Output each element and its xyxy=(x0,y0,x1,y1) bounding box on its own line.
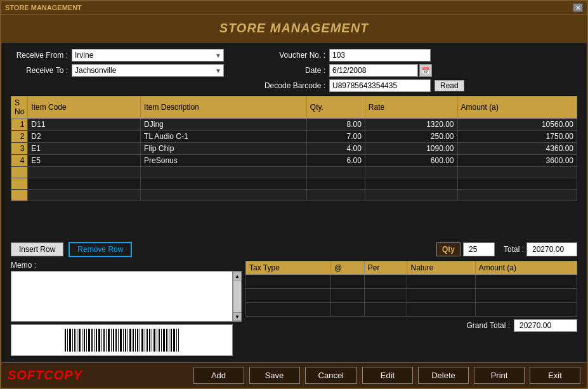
svg-rect-12 xyxy=(94,329,95,352)
barcode-input[interactable] xyxy=(329,79,431,92)
receive-from-select[interactable]: Irvine Jachsonville Dallas xyxy=(72,49,224,62)
empty-qty xyxy=(306,178,365,190)
receive-to-row: Receive To : Jachsonville Irvine Dallas xyxy=(11,64,224,77)
memo-wrapper: ▲ ▼ xyxy=(11,271,242,322)
svg-rect-3 xyxy=(72,329,73,352)
cell-sno: 2 xyxy=(11,131,28,143)
cell-rate: 250.00 xyxy=(365,131,457,143)
date-row: Date : 📅 xyxy=(256,64,464,77)
table-row: 1 D11 DJing 8.00 1320.00 10560.00 xyxy=(11,119,577,131)
barcode-image xyxy=(65,329,179,352)
svg-rect-22 xyxy=(118,329,119,352)
grand-total-label: Grand Total : xyxy=(467,321,510,330)
empty-qty xyxy=(306,167,365,178)
svg-rect-9 xyxy=(86,329,87,352)
barcode-label: Decode Barcode : xyxy=(256,81,325,90)
exit-button[interactable]: Exit xyxy=(530,367,580,384)
barcode-row: Decode Barcode : Read xyxy=(256,79,464,92)
cell-rate: 1090.00 xyxy=(365,143,457,155)
voucher-input[interactable] xyxy=(329,49,431,62)
svg-rect-0 xyxy=(65,329,66,352)
date-input[interactable] xyxy=(329,64,418,77)
voucher-row: Voucher No. : xyxy=(256,49,464,62)
main-title-section: STORE MANAGEMENT xyxy=(1,15,587,43)
remove-row-button[interactable]: Remove Row xyxy=(69,242,132,257)
cancel-button[interactable]: Cancel xyxy=(305,367,357,384)
add-button[interactable]: Add xyxy=(193,367,244,384)
svg-rect-21 xyxy=(115,329,117,352)
svg-rect-39 xyxy=(159,329,160,352)
right-form: Voucher No. : Date : 📅 Decode Barcode : … xyxy=(256,49,464,92)
col-amount: Amount (a) xyxy=(457,96,577,119)
cell-desc: DJing xyxy=(141,119,307,131)
tax-nature-2 xyxy=(407,289,475,303)
svg-rect-2 xyxy=(69,329,71,352)
svg-rect-14 xyxy=(98,329,100,352)
tax-per-2 xyxy=(364,289,407,303)
items-table: S No Item Code Item Description Qty. Rat… xyxy=(11,96,577,201)
empty-amount xyxy=(457,190,577,201)
receive-from-label: Receive From : xyxy=(11,51,68,60)
table-row: 4 E5 PreSonus 6.00 600.00 3600.00 xyxy=(11,155,577,167)
grand-total-row: Grand Total : 20270.00 xyxy=(245,319,577,332)
footer: SOFTCOPY Add Save Cancel Edit Delete Pri… xyxy=(1,362,587,388)
form-section: Receive From : Irvine Jachsonville Dalla… xyxy=(11,49,577,92)
empty-sno xyxy=(11,178,28,190)
data-table-section: S No Item Code Item Description Qty. Rat… xyxy=(11,96,577,238)
cell-qty: 4.00 xyxy=(306,143,365,155)
cell-code: E5 xyxy=(28,155,141,167)
left-form: Receive From : Irvine Jachsonville Dalla… xyxy=(11,49,224,77)
empty-desc xyxy=(141,178,307,190)
tax-header-row: Tax Type @ Per Nature Amount (a) xyxy=(246,261,577,275)
grand-total-value: 20270.00 xyxy=(514,319,577,332)
empty-desc xyxy=(141,167,307,178)
cell-qty: 6.00 xyxy=(306,155,365,167)
tax-at-2 xyxy=(331,289,365,303)
scroll-up-button[interactable]: ▲ xyxy=(233,272,242,280)
receive-to-wrapper: Jachsonville Irvine Dallas xyxy=(72,64,224,77)
table-row: 3 E1 Flip Chip 4.00 1090.00 4360.00 xyxy=(11,143,577,155)
calendar-button[interactable]: 📅 xyxy=(419,64,432,77)
col-item-code: Item Code xyxy=(28,96,141,119)
col-item-desc: Item Description xyxy=(141,96,307,119)
receive-to-select[interactable]: Jachsonville Irvine Dallas xyxy=(72,64,224,77)
memo-textarea[interactable] xyxy=(11,271,233,322)
empty-amount xyxy=(457,167,577,178)
delete-button[interactable]: Delete xyxy=(418,367,469,384)
save-button[interactable]: Save xyxy=(249,367,300,384)
col-rate: Rate xyxy=(365,96,457,119)
memo-scrollbar: ▲ ▼ xyxy=(233,271,242,322)
bottom-section: Memo : ▲ ▼ xyxy=(11,261,577,356)
svg-rect-37 xyxy=(154,329,155,352)
cell-amount: 4360.00 xyxy=(457,143,577,155)
barcode-display xyxy=(11,324,233,356)
svg-rect-46 xyxy=(176,329,177,352)
empty-sno xyxy=(11,190,28,201)
col-tax-amount: Amount (a) xyxy=(475,261,577,275)
cell-sno: 3 xyxy=(11,143,28,155)
svg-rect-47 xyxy=(178,329,179,352)
qty-label: Qty xyxy=(436,242,461,256)
insert-row-button[interactable]: Insert Row xyxy=(11,242,63,256)
cell-desc: Flip Chip xyxy=(141,143,307,155)
edit-button[interactable]: Edit xyxy=(362,367,413,384)
svg-rect-15 xyxy=(101,329,102,352)
empty-desc xyxy=(141,190,307,201)
col-tax-type: Tax Type xyxy=(246,261,331,275)
empty-rate xyxy=(365,167,457,178)
cell-desc: PreSonus xyxy=(141,155,307,167)
tax-nature-3 xyxy=(407,303,475,317)
print-button[interactable]: Print xyxy=(474,367,525,384)
tax-row-1 xyxy=(246,275,577,289)
empty-amount xyxy=(457,178,577,190)
table-row: 2 D2 TL Audio C-1 7.00 250.00 1750.00 xyxy=(11,131,577,143)
svg-rect-44 xyxy=(171,329,172,352)
scroll-down-button[interactable]: ▼ xyxy=(233,312,242,321)
svg-rect-10 xyxy=(88,329,90,352)
close-button[interactable]: ✕ xyxy=(573,3,583,12)
read-button[interactable]: Read xyxy=(434,80,464,91)
cell-rate: 600.00 xyxy=(365,155,457,167)
svg-rect-38 xyxy=(157,329,157,352)
cell-qty: 8.00 xyxy=(306,119,365,131)
cell-code: D2 xyxy=(28,131,141,143)
